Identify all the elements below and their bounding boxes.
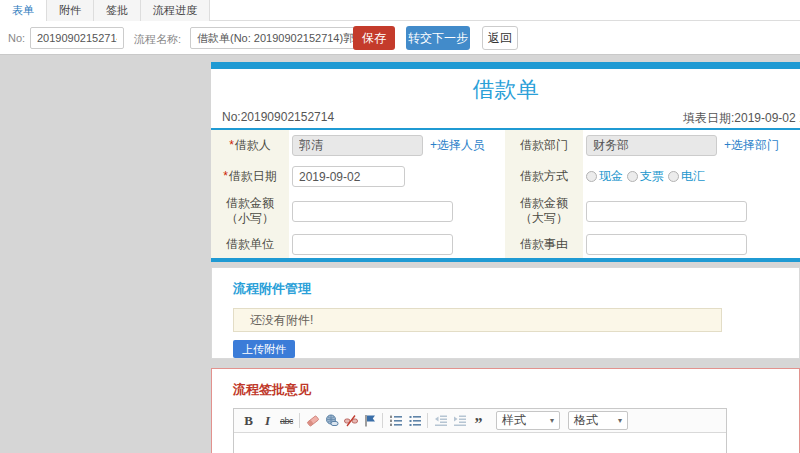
eraser-icon bbox=[306, 414, 320, 427]
select-person-link[interactable]: +选择人员 bbox=[430, 137, 485, 154]
outdent-icon bbox=[434, 414, 448, 427]
editor-toolbar: B I abc bbox=[234, 409, 726, 433]
attachments-title: 流程附件管理 bbox=[233, 280, 799, 298]
required-mark: * bbox=[223, 169, 228, 184]
chevron-down-icon: ▾ bbox=[550, 416, 554, 425]
department-field: +选择部门 bbox=[583, 130, 800, 161]
remove-format-button[interactable] bbox=[303, 412, 322, 430]
bold-icon: B bbox=[244, 413, 253, 429]
loan-date-field bbox=[289, 161, 505, 192]
method-field: 现金 支票 电汇 bbox=[583, 161, 800, 192]
upload-attachment-button[interactable]: 上传附件 bbox=[233, 340, 295, 358]
italic-icon: I bbox=[265, 413, 270, 429]
loan-date-label: *借款日期 bbox=[211, 161, 289, 192]
required-mark: * bbox=[229, 138, 234, 153]
reason-input[interactable] bbox=[586, 234, 747, 255]
flow-name-input[interactable] bbox=[190, 27, 373, 49]
amount-upper-input[interactable] bbox=[586, 201, 747, 222]
borrower-input[interactable] bbox=[292, 135, 423, 156]
amount-lower-input[interactable] bbox=[292, 201, 453, 222]
unit-field bbox=[289, 230, 505, 258]
command-bar: No: 流程名称: 保存 转交下一步 返回 bbox=[0, 21, 800, 55]
rich-text-editor: B I abc bbox=[233, 408, 727, 453]
unit-input[interactable] bbox=[292, 234, 453, 255]
tab-progress[interactable]: 流程进度 bbox=[141, 0, 210, 21]
amount-upper-field bbox=[583, 192, 800, 230]
loan-date-input[interactable] bbox=[292, 166, 405, 187]
toolbar-separator bbox=[382, 413, 383, 428]
form-fill-date: 填表日期:2019-09-02 15:27:1 bbox=[683, 110, 800, 127]
unlink-icon bbox=[344, 414, 358, 427]
radio-wire[interactable]: 电汇 bbox=[668, 168, 705, 185]
form-no: No:20190902152714 bbox=[222, 110, 334, 124]
outdent-button[interactable] bbox=[431, 412, 450, 430]
unlink-button[interactable] bbox=[341, 412, 360, 430]
tab-approval[interactable]: 签批 bbox=[94, 0, 141, 21]
chevron-down-icon: ▾ bbox=[618, 416, 622, 425]
borrower-label: *借款人 bbox=[211, 130, 289, 161]
department-label: 借款部门 bbox=[505, 130, 583, 161]
anchor-flag-button[interactable] bbox=[360, 412, 379, 430]
select-department-link[interactable]: +选择部门 bbox=[724, 137, 779, 154]
flow-name-label: 流程名称: bbox=[134, 32, 181, 47]
attachments-empty-message: 还没有附件! bbox=[233, 308, 722, 332]
blockquote-icon: ” bbox=[475, 419, 483, 429]
toolbar-separator bbox=[427, 413, 428, 428]
department-input[interactable] bbox=[586, 135, 717, 156]
radio-wire-circle-icon[interactable] bbox=[668, 171, 679, 182]
loan-form-card: 借款单 No:20190902152714 填表日期:2019-09-02 15… bbox=[211, 62, 800, 262]
strikethrough-button[interactable]: abc bbox=[277, 412, 296, 430]
styles-dropdown[interactable]: 样式▾ bbox=[496, 411, 560, 430]
ordered-list-icon bbox=[389, 414, 403, 427]
approval-card: 流程签批意见 B I abc bbox=[211, 368, 800, 453]
reason-label: 借款事由 bbox=[505, 230, 583, 258]
unordered-list-button[interactable] bbox=[405, 412, 424, 430]
reason-field bbox=[583, 230, 800, 258]
radio-cash-circle-icon[interactable] bbox=[586, 171, 597, 182]
ordered-list-button[interactable] bbox=[386, 412, 405, 430]
attachments-card: 流程附件管理 还没有附件! 上传附件 bbox=[211, 267, 800, 359]
tab-attachment[interactable]: 附件 bbox=[47, 0, 94, 21]
next-step-button[interactable]: 转交下一步 bbox=[406, 26, 470, 50]
indent-icon bbox=[453, 414, 467, 427]
form-title: 借款单 bbox=[211, 69, 800, 103]
editor-content[interactable] bbox=[234, 433, 726, 453]
toolbar-separator bbox=[299, 413, 300, 428]
no-input[interactable] bbox=[30, 27, 124, 49]
no-label: No: bbox=[8, 32, 25, 44]
bold-button[interactable]: B bbox=[239, 412, 258, 430]
radio-cash[interactable]: 现金 bbox=[586, 168, 623, 185]
form-header-bar bbox=[211, 62, 800, 69]
format-dropdown[interactable]: 格式▾ bbox=[568, 411, 628, 430]
italic-button[interactable]: I bbox=[258, 412, 277, 430]
unit-label: 借款单位 bbox=[211, 230, 289, 258]
radio-check-circle-icon[interactable] bbox=[627, 171, 638, 182]
amount-upper-label: 借款金额（大写） bbox=[505, 192, 583, 230]
form-table: *借款人 +选择人员 借款部门 +选择部门 *借款日期 借款方式 现金 支票 电… bbox=[211, 128, 800, 262]
amount-lower-label: 借款金额（小写） bbox=[211, 192, 289, 230]
strikethrough-icon: abc bbox=[280, 416, 293, 426]
approval-title: 流程签批意见 bbox=[233, 381, 799, 399]
back-button[interactable]: 返回 bbox=[482, 26, 518, 50]
amount-lower-field bbox=[289, 192, 505, 230]
form-meta-row: No:20190902152714 填表日期:2019-09-02 15:27:… bbox=[211, 106, 800, 128]
save-button[interactable]: 保存 bbox=[353, 26, 395, 50]
method-label: 借款方式 bbox=[505, 161, 583, 192]
indent-button[interactable] bbox=[450, 412, 469, 430]
unordered-list-icon bbox=[408, 414, 422, 427]
link-button[interactable] bbox=[322, 412, 341, 430]
tab-bar: 表单 附件 签批 流程进度 bbox=[0, 0, 800, 21]
anchor-flag-icon bbox=[363, 414, 376, 427]
tab-form[interactable]: 表单 bbox=[0, 0, 47, 21]
radio-check[interactable]: 支票 bbox=[627, 168, 664, 185]
borrower-field: +选择人员 bbox=[289, 130, 505, 161]
blockquote-button[interactable]: ” bbox=[469, 412, 488, 430]
link-icon bbox=[325, 414, 339, 427]
